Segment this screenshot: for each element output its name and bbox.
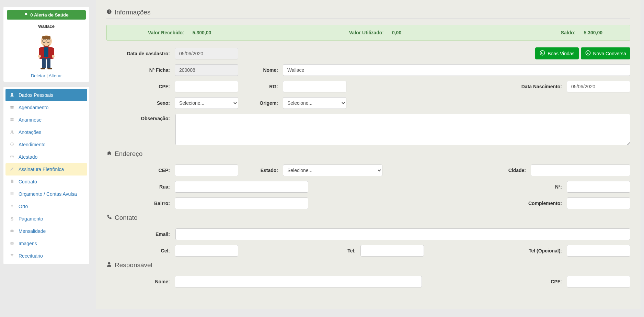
dollar-icon: $ — [10, 216, 14, 222]
nav-label: Atestado — [19, 154, 37, 160]
nav-label: Contrato — [19, 179, 37, 184]
whatsapp-icon — [539, 50, 545, 57]
cidade-input[interactable] — [531, 165, 630, 176]
avatar-change-link[interactable]: Alterar — [49, 73, 62, 78]
tel-label: Tel: — [335, 248, 356, 253]
nav-label: Agendamento — [19, 105, 48, 110]
svg-rect-19 — [11, 193, 14, 193]
nav-label: Orto — [19, 204, 28, 209]
avatar-delete-link[interactable]: Deletar — [31, 73, 45, 78]
nova-conversa-button[interactable]: Nova Conversa — [581, 47, 631, 59]
resp-cpf-input[interactable] — [567, 276, 630, 287]
cel-label: Cel: — [106, 248, 170, 253]
font-icon: A — [10, 129, 14, 135]
origem-label: Origem: — [244, 100, 278, 106]
nav-label: Orçamento / Contas Avulsa — [19, 191, 77, 197]
resp-nome-input[interactable] — [175, 276, 422, 287]
section-title: Informações — [115, 9, 151, 16]
nav-anotacoes[interactable]: A Anotações — [5, 126, 87, 138]
nav-anamnese[interactable]: Anamnese — [5, 114, 87, 126]
nav-contrato[interactable]: Contrato — [5, 176, 87, 188]
cel-input[interactable] — [175, 245, 238, 257]
nav-orcamento[interactable]: Orçamento / Contas Avulsa — [5, 188, 87, 200]
home-icon — [106, 150, 112, 158]
resp-cpf-label: CPF: — [534, 279, 562, 284]
camera-icon — [10, 241, 14, 246]
nav-atestado[interactable]: Atestado — [5, 151, 87, 163]
nav-assinatura-eletronica[interactable]: Assinatura Eletrônica — [5, 163, 87, 176]
svg-rect-6 — [47, 58, 50, 68]
tel2-label: Tel (Opcional): — [521, 248, 562, 253]
bairro-input[interactable] — [175, 197, 308, 209]
nav-atendimento[interactable]: Atendimento — [5, 138, 87, 151]
nome-input[interactable] — [283, 64, 630, 76]
ficha-input — [175, 64, 238, 76]
nav-orto[interactable]: Orto — [5, 200, 87, 213]
nav-agendamento[interactable]: Agendamento — [5, 101, 87, 114]
section-title: Endereço — [115, 150, 142, 158]
svg-point-7 — [38, 55, 41, 58]
cpf-input[interactable] — [175, 81, 238, 92]
email-label: Email: — [106, 231, 170, 237]
resp-nome-label: Nome: — [106, 279, 170, 284]
obs-label: Observação: — [106, 114, 170, 121]
saldo-value: 5.300,00 — [584, 30, 602, 35]
user-icon — [106, 261, 112, 269]
email-input[interactable] — [175, 228, 630, 240]
whatsapp-icon — [585, 50, 591, 57]
nome-label: Nome: — [244, 67, 278, 73]
filter-icon — [10, 253, 14, 259]
rg-input[interactable] — [283, 81, 346, 92]
svg-rect-13 — [11, 118, 12, 120]
sidebar: 0 Alerta de Saúde Wallace — [3, 0, 89, 309]
obs-textarea[interactable] — [175, 114, 630, 145]
svg-rect-15 — [11, 120, 12, 121]
nav-mensalidade[interactable]: Mensalidade — [5, 225, 87, 237]
estado-select[interactable]: Selecione... — [283, 165, 382, 176]
used-value: 0,00 — [392, 30, 401, 35]
section-title: Contato — [115, 214, 138, 222]
nav-label: Anotações — [19, 129, 41, 135]
rua-label: Rua: — [106, 184, 170, 190]
cep-input[interactable] — [175, 165, 238, 176]
section-informacoes: Informações — [106, 9, 630, 19]
svg-rect-20 — [11, 194, 14, 194]
section-responsavel: Responsável — [106, 261, 630, 271]
ficha-label: Nº Ficha: — [106, 67, 170, 73]
nav-pagamento[interactable]: $ Pagamento — [5, 213, 87, 225]
pencil-icon — [10, 167, 14, 172]
sexo-label: Sexo: — [106, 100, 170, 106]
svg-rect-1 — [42, 36, 50, 39]
nav-imagens[interactable]: Imagens — [5, 237, 87, 250]
nasc-input[interactable] — [567, 81, 630, 92]
section-contato: Contato — [106, 214, 630, 224]
health-alert-label: 0 Alerta de Saúde — [30, 12, 68, 18]
numero-input[interactable] — [567, 181, 630, 193]
svg-rect-16 — [12, 120, 14, 121]
cidade-label: Cidade: — [485, 168, 526, 173]
complemento-input[interactable] — [567, 197, 630, 209]
sexo-select[interactable]: Selecione... — [175, 97, 238, 109]
health-alert-button[interactable]: 0 Alerta de Saúde — [7, 10, 86, 20]
user-icon — [10, 92, 14, 98]
nav-dados-pessoais[interactable]: Dados Pessoais — [5, 89, 87, 101]
nav-menu: Dados Pessoais Agendamento Anamnese A An… — [3, 87, 89, 264]
pin-icon — [10, 204, 14, 209]
section-endereco: Endereço — [106, 150, 630, 160]
svg-point-18 — [11, 155, 14, 158]
rua-input[interactable] — [175, 181, 308, 193]
nav-receituario[interactable]: Receituário — [5, 250, 87, 262]
saldo-label: Saldo: — [561, 30, 576, 35]
balance-bar: Valor Recebido: 5.300,00 Valor Utilizado… — [106, 25, 630, 41]
patient-name: Wallace — [7, 24, 86, 29]
origem-select[interactable]: Selecione... — [283, 97, 346, 109]
used-label: Valor Utilizado: — [349, 30, 384, 35]
tel2-input[interactable] — [567, 245, 630, 257]
svg-rect-27 — [109, 11, 109, 13]
calendar-icon — [10, 105, 14, 110]
nav-label: Atendimento — [19, 142, 46, 147]
nav-label: Dados Pessoais — [19, 92, 53, 98]
boas-vindas-button[interactable]: Boas Vindas — [535, 47, 578, 59]
tel-input[interactable] — [360, 245, 424, 257]
nav-label: Receituário — [19, 253, 43, 259]
